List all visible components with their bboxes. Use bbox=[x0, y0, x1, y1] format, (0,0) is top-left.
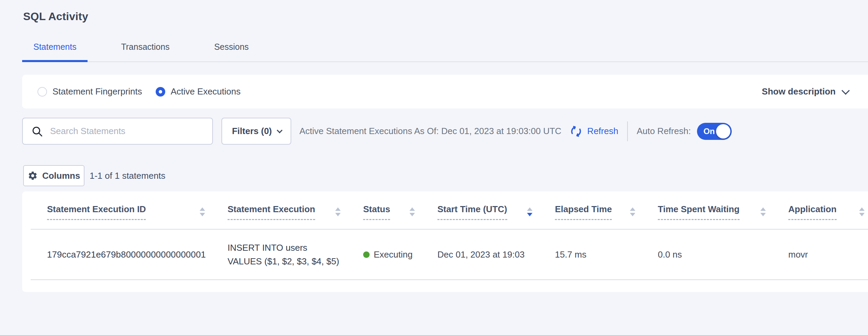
toggle-knob[interactable] bbox=[716, 124, 730, 139]
show-description-label: Show description bbox=[762, 86, 836, 97]
cell-start-time: Dec 01, 2023 at 19:03 bbox=[437, 249, 555, 260]
radio-label: Statement Fingerprints bbox=[52, 86, 142, 97]
status-label: Executing bbox=[374, 249, 413, 260]
columns-label: Columns bbox=[42, 171, 80, 181]
as-of-timestamp: Active Statement Executions As Of: Dec 0… bbox=[299, 126, 561, 136]
column-header-status[interactable]: Status bbox=[363, 204, 437, 220]
sort-icon[interactable] bbox=[200, 207, 205, 216]
auto-refresh-toggle[interactable]: On bbox=[697, 123, 732, 140]
radio-statement-fingerprints[interactable]: Statement Fingerprints bbox=[37, 86, 142, 97]
filters-button[interactable]: Filters (0) bbox=[221, 118, 291, 145]
table-row[interactable]: 179cca7921e679b80000000000000001 INSERT … bbox=[31, 230, 868, 280]
table-header-row: Statement Execution ID Statement Executi… bbox=[31, 191, 868, 230]
search-box[interactable] bbox=[22, 118, 213, 145]
status-executing-dot bbox=[363, 251, 370, 258]
auto-refresh-label: Auto Refresh: bbox=[637, 126, 691, 136]
search-input[interactable] bbox=[49, 126, 205, 137]
column-header-statement-execution-id[interactable]: Statement Execution ID bbox=[31, 204, 228, 220]
toggle-state-label: On bbox=[703, 127, 715, 136]
filters-label: Filters (0) bbox=[232, 126, 272, 136]
radio-selected-icon[interactable] bbox=[156, 87, 165, 97]
column-header-time-spent-waiting[interactable]: Time Spent Waiting bbox=[658, 204, 788, 220]
refresh-label: Refresh bbox=[587, 126, 618, 136]
table-toolbar: Columns 1-1 of 1 statements bbox=[23, 165, 868, 186]
sort-icon[interactable] bbox=[335, 207, 341, 216]
cell-time-spent-waiting: 0.0 ns bbox=[658, 249, 788, 260]
gear-icon bbox=[28, 171, 38, 181]
vertical-divider bbox=[627, 121, 628, 141]
cell-application: movr bbox=[788, 249, 868, 260]
column-header-elapsed-time[interactable]: Elapsed Time bbox=[555, 204, 658, 220]
controls-row: Filters (0) Active Statement Executions … bbox=[22, 118, 868, 145]
view-toggle-panel: Statement Fingerprints Active Executions… bbox=[22, 75, 868, 108]
radio-active-executions[interactable]: Active Executions bbox=[156, 86, 241, 97]
tab-transactions[interactable]: Transactions bbox=[110, 42, 181, 62]
tab-bar: Statements Transactions Sessions bbox=[22, 42, 868, 62]
columns-button[interactable]: Columns bbox=[23, 165, 84, 186]
sort-icon[interactable] bbox=[760, 207, 766, 216]
sort-icon[interactable] bbox=[409, 207, 415, 216]
cell-status: Executing bbox=[363, 249, 437, 260]
results-count: 1-1 of 1 statements bbox=[90, 171, 166, 181]
sort-icon-active-desc[interactable] bbox=[527, 207, 532, 216]
radio-unselected-icon[interactable] bbox=[37, 87, 47, 97]
chevron-down-icon bbox=[277, 127, 282, 133]
chevron-down-icon bbox=[841, 87, 850, 95]
refresh-icon bbox=[569, 124, 583, 139]
view-radio-group: Statement Fingerprints Active Executions bbox=[37, 86, 241, 97]
radio-label: Active Executions bbox=[171, 86, 241, 97]
column-header-statement-execution[interactable]: Statement Execution bbox=[228, 204, 363, 220]
tab-sessions[interactable]: Sessions bbox=[203, 42, 260, 62]
column-header-application[interactable]: Application bbox=[788, 204, 868, 220]
refresh-button[interactable]: Refresh bbox=[569, 124, 618, 139]
statements-table: Statement Execution ID Statement Executi… bbox=[22, 191, 868, 292]
search-icon bbox=[31, 125, 43, 137]
cell-statement-execution-id[interactable]: 179cca7921e679b80000000000000001 bbox=[31, 249, 228, 260]
tab-statements[interactable]: Statements bbox=[22, 42, 88, 62]
sort-icon[interactable] bbox=[630, 207, 635, 216]
column-header-start-time[interactable]: Start Time (UTC) bbox=[437, 204, 555, 220]
cell-elapsed-time: 15.7 ms bbox=[555, 249, 658, 260]
show-description-button[interactable]: Show description bbox=[762, 86, 848, 97]
cell-statement-execution[interactable]: INSERT INTO users VALUES ($1, $2, $3, $4… bbox=[228, 241, 363, 268]
sort-icon[interactable] bbox=[859, 207, 865, 216]
page-title: SQL Activity bbox=[23, 10, 868, 23]
